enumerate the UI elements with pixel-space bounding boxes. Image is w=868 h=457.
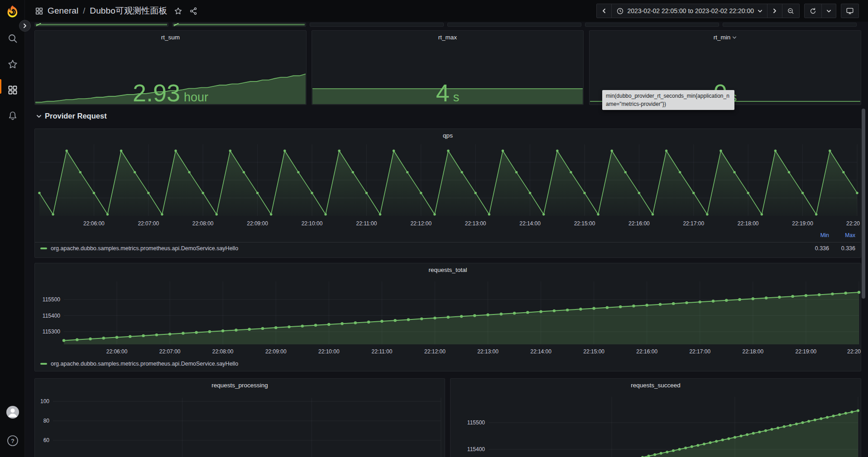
breadcrumb-separator: / [82, 6, 86, 16]
data-point [752, 297, 754, 300]
data-point [592, 307, 595, 309]
data-point [338, 150, 340, 152]
x-tick-label: 22:14:00 [519, 220, 541, 227]
data-point [691, 445, 693, 448]
data-point [270, 213, 272, 215]
requests-succeed-chart: 115400115500 [451, 379, 861, 457]
data-point [684, 447, 687, 449]
data-point [619, 305, 622, 308]
data-point [283, 150, 286, 152]
data-point [738, 298, 741, 301]
series-min-value: 0.336 [803, 245, 829, 252]
data-point [297, 171, 299, 173]
x-tick-label: 22:09:00 [265, 348, 287, 355]
caret-down-icon [758, 9, 762, 14]
dashboard-toolbar: 2023-02-02 22:05:00 to 2023-02-02 22:20:… [596, 4, 859, 18]
data-point [174, 150, 177, 152]
data-point [788, 171, 790, 173]
dashboards-icon[interactable] [4, 81, 22, 98]
row-provider-request[interactable]: Provider Request [36, 112, 107, 120]
data-point [666, 451, 668, 453]
series-name[interactable]: org.apache.dubbo.samples.metrics.prometh… [51, 245, 238, 252]
scrollbar-thumb[interactable] [862, 109, 865, 299]
panel-qps: qps 22:06:0022:07:0022:08:0022:09:0022:1… [34, 129, 861, 258]
data-point [62, 339, 65, 342]
data-point [261, 327, 264, 330]
breadcrumb-page-title[interactable]: Dubbo可观测性面板 [90, 5, 167, 17]
x-tick-label: 22:19:00 [792, 220, 813, 227]
data-point [815, 213, 817, 215]
data-point [248, 328, 251, 330]
data-point [79, 171, 82, 173]
panel-title[interactable]: rt_min [590, 31, 861, 41]
sparkline [312, 88, 583, 104]
query-tooltip: min(dubbo_provider_rt_seconds_min{applic… [602, 90, 734, 110]
data-point [66, 150, 68, 152]
requests-total-chart: 11530011540011550022:06:0022:07:0022:08:… [35, 263, 861, 358]
series-name[interactable]: org.apache.dubbo.samples.metrics.prometh… [51, 361, 238, 367]
search-icon[interactable] [4, 30, 22, 47]
x-tick-label: 22:10:00 [302, 220, 323, 227]
data-point [311, 192, 313, 194]
time-range-picker[interactable]: 2023-02-02 22:05:00 to 2023-02-02 22:20:… [611, 4, 767, 18]
legend-min-column[interactable]: Min [803, 232, 829, 238]
data-point [712, 300, 715, 302]
data-point [583, 192, 585, 194]
x-tick-label: 22:07:00 [138, 220, 159, 227]
user-avatar[interactable] [4, 404, 22, 420]
sidebar-expand-button[interactable] [19, 20, 31, 32]
data-point [652, 213, 654, 215]
data-point [488, 213, 490, 215]
x-tick-label: 22:08:00 [212, 348, 234, 355]
data-point [515, 171, 518, 173]
data-point [202, 192, 204, 194]
y-tick-label: 80 [43, 418, 50, 424]
x-tick-label: 22:13:00 [465, 220, 486, 227]
alerting-bell-icon[interactable] [4, 107, 22, 124]
grafana-logo-icon[interactable] [5, 5, 20, 19]
data-point [734, 436, 736, 438]
data-point [761, 213, 763, 215]
breadcrumb-section[interactable]: General [48, 6, 78, 16]
x-tick-label: 22:20 [847, 348, 861, 355]
time-shift-back-button[interactable] [597, 4, 611, 18]
refresh-button[interactable] [805, 4, 821, 18]
data-point [420, 317, 423, 320]
data-point [447, 316, 450, 319]
data-point [155, 333, 158, 336]
data-point [288, 325, 290, 328]
legend-max-column[interactable]: Max [829, 232, 855, 238]
refresh-interval-caret[interactable] [821, 4, 836, 18]
data-point [407, 318, 410, 321]
time-shift-forward-button[interactable] [767, 4, 782, 18]
data-point [831, 292, 834, 295]
data-point [820, 417, 822, 420]
data-point [314, 324, 317, 327]
x-tick-label: 22:11:00 [371, 348, 392, 355]
x-tick-label: 22:17:00 [683, 220, 704, 227]
legend-header: Min Max [803, 232, 855, 238]
help-icon[interactable]: ? [4, 432, 22, 449]
zoom-out-time-button[interactable] [782, 4, 799, 18]
panel-title[interactable]: rt_max [312, 31, 583, 41]
data-point [778, 295, 781, 298]
clock-icon [616, 7, 624, 15]
legend-row[interactable]: org.apache.dubbo.samples.metrics.prometh… [40, 361, 238, 367]
data-point [579, 308, 582, 310]
series-area [35, 74, 306, 104]
data-point [672, 449, 675, 452]
legend-row[interactable]: org.apache.dubbo.samples.metrics.prometh… [40, 245, 855, 252]
stat-panel-rt-max: rt_max 4s [312, 30, 584, 105]
data-point [709, 441, 712, 444]
data-point [229, 150, 231, 152]
data-point [433, 317, 436, 319]
x-tick-label: 22:16:00 [628, 220, 650, 227]
share-icon[interactable] [189, 7, 198, 15]
star-dashboard-icon[interactable] [174, 7, 182, 15]
data-point [789, 424, 791, 427]
data-point [777, 427, 779, 429]
starred-dashboards-icon[interactable] [4, 56, 22, 72]
kiosk-mode-monitor-icon[interactable] [841, 4, 858, 18]
data-point [774, 150, 777, 152]
panel-title[interactable]: rt_sum [35, 31, 306, 41]
